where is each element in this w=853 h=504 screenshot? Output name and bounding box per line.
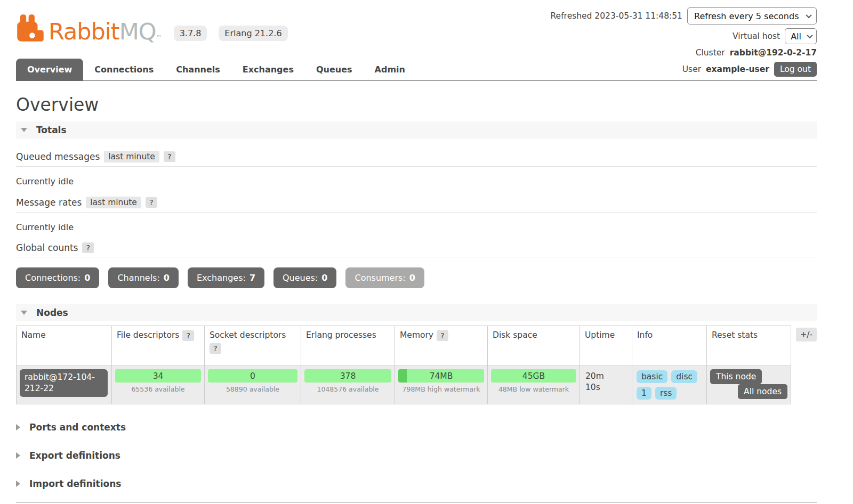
user-label: User	[682, 64, 701, 74]
nodes-header-row: Name File descriptors? Socket descriptor…	[17, 326, 791, 366]
erlang-version-badge: Erlang 21.2.6	[219, 26, 287, 41]
uptime-value: 20m 10s	[583, 369, 611, 395]
page: RabbitMQ™ 3.7.8 Erlang 21.2.6 Refreshed …	[16, 0, 817, 504]
collapse-triangle-icon	[21, 128, 27, 132]
info-cell: basic disc 1 rss	[632, 366, 707, 404]
global-counters: Connections:0 Channels:0 Exchanges:7 Que…	[16, 267, 817, 288]
overview-page: Overview Totals Queued messages last min…	[16, 94, 817, 489]
cluster-name: rabbit@192-0-2-17	[730, 48, 817, 58]
queues-counter[interactable]: Queues:0	[273, 267, 336, 288]
socket-descriptors-help-icon[interactable]: ?	[210, 343, 221, 354]
virtual-host-label: Virtual host	[733, 31, 780, 41]
tab-channels[interactable]: Channels	[165, 59, 231, 80]
col-info: Info	[632, 326, 707, 366]
erlang-processes-cell: 378 1048576 available	[301, 366, 395, 404]
memory-bar: 74MB	[398, 369, 484, 383]
rates-idle-status: Currently idle	[16, 222, 817, 232]
ports-and-contexts-section[interactable]: Ports and contexts	[16, 422, 817, 433]
col-reset-stats: Reset stats	[707, 326, 791, 366]
reset-all-nodes-button[interactable]: All nodes	[738, 384, 787, 399]
refreshed-timestamp: Refreshed 2023-05-31 11:48:51	[551, 11, 682, 21]
socket-descriptors-cell: 0 58890 available	[205, 366, 301, 404]
node-name-badge[interactable]: rabbit@172-104-212-22	[20, 369, 108, 397]
memory-help-icon[interactable]: ?	[437, 330, 448, 341]
file-descriptors-cell: 34 65536 available	[112, 366, 205, 404]
cluster-label: Cluster	[696, 48, 725, 58]
queued-help-icon[interactable]: ?	[164, 151, 175, 162]
nodes-table: Name File descriptors? Socket descriptor…	[16, 326, 791, 404]
col-disk-space: Disk space	[488, 326, 580, 366]
tab-overview[interactable]: Overview	[16, 59, 83, 80]
col-erlang-processes: Erlang processes	[301, 326, 395, 366]
expand-triangle-icon	[16, 424, 20, 430]
virtual-host-select[interactable]: All	[785, 28, 817, 44]
exchanges-counter[interactable]: Exchanges:7	[188, 267, 264, 288]
rates-help-icon[interactable]: ?	[146, 197, 157, 208]
node-row: rabbit@172-104-212-22 34 65536 available…	[17, 366, 791, 404]
rabbitmq-logo: RabbitMQ™	[16, 14, 162, 43]
columns-plus-minus-button[interactable]: +/-	[796, 328, 817, 342]
socket-descriptors-bar: 0	[208, 369, 297, 383]
uptime-cell: 20m 10s	[580, 366, 632, 404]
tab-queues[interactable]: Queues	[305, 59, 364, 80]
queued-idle-status: Currently idle	[16, 176, 817, 186]
col-memory: Memory?	[395, 326, 488, 366]
nodes-section-header[interactable]: Nodes	[16, 304, 817, 321]
page-title: Overview	[16, 94, 817, 115]
user-name: example-user	[706, 64, 769, 74]
col-file-descriptors: File descriptors?	[112, 326, 205, 366]
erlang-processes-bar: 378	[304, 369, 391, 383]
rabbitmq-rabbit-icon	[16, 14, 45, 43]
file-descriptors-help-icon[interactable]: ?	[182, 330, 194, 341]
expand-triangle-icon	[16, 481, 20, 487]
consumers-counter[interactable]: Consumers:0	[345, 267, 424, 288]
export-definitions-section[interactable]: Export definitions	[16, 450, 817, 461]
reset-stats-cell: This node All nodes	[707, 366, 791, 404]
tab-exchanges[interactable]: Exchanges	[231, 59, 305, 80]
reset-this-node-button[interactable]: This node	[710, 369, 762, 384]
memory-cell: 74MB 798MB high watermark	[395, 366, 488, 404]
chevron-down-icon	[807, 32, 812, 38]
tab-bar: Overview Connections Channels Exchanges …	[16, 59, 817, 81]
version-badge: 3.7.8	[174, 26, 207, 41]
global-counts-heading: Global counts ?	[16, 242, 817, 257]
info-badge-disc[interactable]: disc	[671, 370, 697, 383]
connections-counter[interactable]: Connections:0	[16, 267, 99, 288]
logout-button[interactable]: Log out	[774, 62, 817, 77]
main-tabs: Overview Connections Channels Exchanges …	[16, 59, 416, 80]
global-counts-help-icon[interactable]: ?	[82, 242, 94, 253]
queued-messages-heading: Queued messages last minute ?	[16, 151, 817, 167]
disk-space-cell: 45GB 48MB low watermark	[488, 366, 580, 404]
disk-space-bar: 45GB	[491, 369, 576, 383]
collapse-triangle-icon	[21, 311, 27, 315]
col-socket-descriptors: Socket descriptors?	[205, 326, 301, 366]
info-badge-basic[interactable]: basic	[637, 370, 667, 383]
chevron-down-icon	[806, 12, 811, 18]
queued-range-badge[interactable]: last minute	[104, 151, 159, 162]
info-badge-1[interactable]: 1	[637, 387, 651, 400]
rabbitmq-wordmark: RabbitMQ™	[49, 21, 162, 43]
totals-section-header[interactable]: Totals	[16, 121, 817, 139]
expand-triangle-icon	[16, 452, 20, 459]
col-uptime: Uptime	[580, 326, 632, 366]
info-badge-rss[interactable]: rss	[655, 387, 677, 400]
rates-range-badge[interactable]: last minute	[86, 197, 141, 208]
file-descriptors-bar: 34	[115, 369, 201, 383]
top-bar: RabbitMQ™ 3.7.8 Erlang 21.2.6 Refreshed …	[16, 0, 817, 58]
col-name: Name	[17, 326, 112, 366]
message-rates-heading: Message rates last minute ?	[16, 197, 817, 213]
channels-counter[interactable]: Channels:0	[108, 267, 179, 288]
tab-admin[interactable]: Admin	[364, 59, 416, 80]
tab-connections[interactable]: Connections	[83, 59, 165, 80]
import-definitions-section[interactable]: Import definitions	[16, 478, 817, 489]
refresh-interval-select[interactable]: Refresh every 5 seconds	[687, 7, 817, 25]
footer: HTTP API Server Docs Tutorials Community…	[16, 502, 817, 504]
